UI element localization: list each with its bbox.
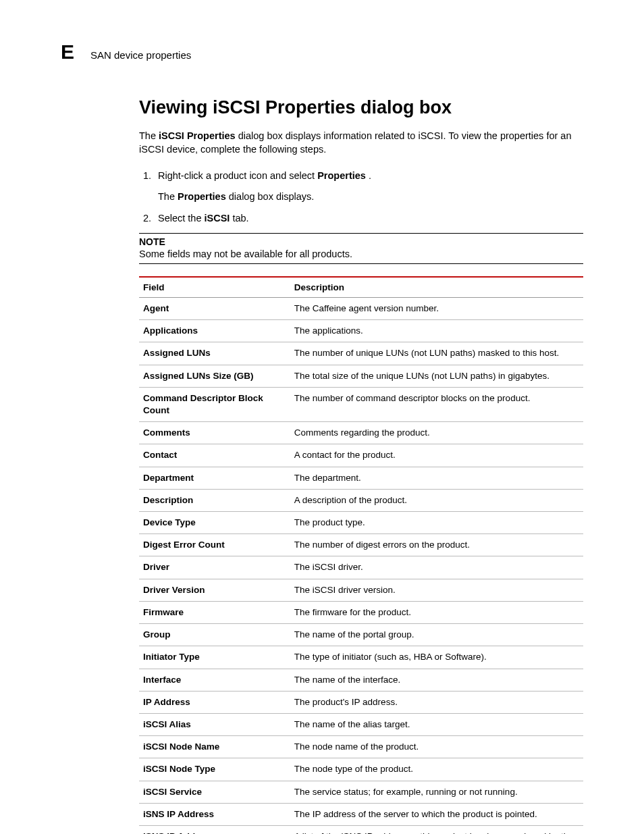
field-desc-cell: The iSCSI driver. <box>290 556 583 579</box>
table-row: DriverThe iSCSI driver. <box>139 556 583 579</box>
table-row: Driver VersionThe iSCSI driver version. <box>139 579 583 601</box>
field-desc-cell: The service status; for example, running… <box>290 781 583 803</box>
table-row: iSCSI ServiceThe service status; for exa… <box>139 781 583 803</box>
table-row: InterfaceThe name of the interface. <box>139 669 583 691</box>
step-1-sub: The Properties dialog box displays. <box>158 190 583 205</box>
content: Viewing iSCSI Properties dialog box The … <box>139 97 583 834</box>
intro-text-pre: The <box>139 130 159 141</box>
table-row: Device TypeThe product type. <box>139 512 583 534</box>
field-name-cell: iSNS IP Address <box>139 803 290 825</box>
table-row: iSNS IP AddressThe IP address of the ser… <box>139 803 583 825</box>
page-header: E SAN device properties <box>61 41 583 63</box>
field-desc-cell: The product type. <box>290 512 583 534</box>
field-name-cell: Driver Version <box>139 579 290 601</box>
table-row: Assigned LUNs Size (GB)The total size of… <box>139 365 583 387</box>
field-desc-cell: The number of command descriptor blocks … <box>290 387 583 421</box>
field-name-cell: Contact <box>139 444 290 467</box>
table-row: GroupThe name of the portal group. <box>139 624 583 646</box>
field-name-cell: Agent <box>139 297 290 319</box>
field-desc-cell: The applications. <box>290 320 583 342</box>
intro-paragraph: The iSCSI Properties dialog box displays… <box>139 129 583 157</box>
page-header-title: SAN device properties <box>90 49 191 61</box>
steps-list: Right-click a product icon and select Pr… <box>139 169 583 226</box>
table-row: DescriptionA description of the product. <box>139 489 583 511</box>
appendix-letter: E <box>61 41 74 63</box>
table-row: iSCSI Node NameThe node name of the prod… <box>139 736 583 758</box>
note-text: Some fields may not be available for all… <box>139 249 583 259</box>
step-1-pre: Right-click a product icon and select <box>158 170 317 181</box>
table-row: ContactA contact for the product. <box>139 444 583 467</box>
field-name-cell: Digest Error Count <box>139 534 290 556</box>
field-name-cell: ISNS IP Address <box>139 826 290 834</box>
table-row: ApplicationsThe applications. <box>139 320 583 342</box>
table-row: ISNS IP AddressA list of the iSNS IP add… <box>139 826 583 834</box>
field-name-cell: Assigned LUNs Size (GB) <box>139 365 290 387</box>
field-desc-cell: The number of digest errors on the produ… <box>290 534 583 556</box>
note-label: NOTE <box>139 236 583 247</box>
field-name-cell: Firmware <box>139 601 290 623</box>
field-name-cell: Department <box>139 467 290 489</box>
field-desc-cell: The total size of the unique LUNs (not L… <box>290 365 583 387</box>
step-2-post: tab. <box>230 213 248 224</box>
table-row: iSCSI AliasThe name of the alias target. <box>139 714 583 736</box>
field-desc-cell: The department. <box>290 467 583 489</box>
step-2: Select the iSCSI tab. <box>154 211 583 226</box>
field-name-cell: iSCSI Alias <box>139 714 290 736</box>
table-row: Initiator TypeThe type of initiator (suc… <box>139 646 583 669</box>
table-row: AgentThe Caffeine agent version number. <box>139 297 583 319</box>
step-1: Right-click a product icon and select Pr… <box>154 169 583 205</box>
field-desc-cell: A list of the iSNS IP addresses this pro… <box>290 826 583 834</box>
field-name-cell: Driver <box>139 556 290 579</box>
field-desc-cell: The type of initiator (such as, HBA or S… <box>290 646 583 669</box>
table-row: iSCSI Node TypeThe node type of the prod… <box>139 758 583 781</box>
field-name-cell: iSCSI Node Type <box>139 758 290 781</box>
table-row: Command Descriptor Block CountThe number… <box>139 387 583 421</box>
field-name-cell: Initiator Type <box>139 646 290 669</box>
table-header-field: Field <box>139 277 290 298</box>
table-row: CommentsComments regarding the product. <box>139 422 583 444</box>
field-desc-cell: The node name of the product. <box>290 736 583 758</box>
step-1-post: . <box>366 170 371 181</box>
intro-bold-1: iSCSI Properties <box>159 130 236 141</box>
field-name-cell: Group <box>139 624 290 646</box>
table-row: Digest Error CountThe number of digest e… <box>139 534 583 556</box>
section-title: Viewing iSCSI Properties dialog box <box>139 97 583 118</box>
field-desc-cell: The name of the portal group. <box>290 624 583 646</box>
page: E SAN device properties Viewing iSCSI Pr… <box>0 0 644 834</box>
field-desc-cell: The node type of the product. <box>290 758 583 781</box>
field-desc-cell: The IP address of the server to which th… <box>290 803 583 825</box>
table-row: IP AddressThe product's IP address. <box>139 691 583 713</box>
field-name-cell: Applications <box>139 320 290 342</box>
note-block: NOTE Some fields may not be available fo… <box>139 233 583 264</box>
field-desc-cell: A contact for the product. <box>290 444 583 467</box>
field-desc-cell: A description of the product. <box>290 489 583 511</box>
step-1-sub-pre: The <box>158 191 178 202</box>
field-desc-cell: The name of the interface. <box>290 669 583 691</box>
note-rule-bottom <box>139 263 583 264</box>
field-name-cell: IP Address <box>139 691 290 713</box>
step-2-bold: iSCSI <box>205 213 230 224</box>
note-rule-top <box>139 233 583 234</box>
field-table: Field Description AgentThe Caffeine agen… <box>139 276 583 834</box>
field-desc-cell: The product's IP address. <box>290 691 583 713</box>
field-name-cell: Command Descriptor Block Count <box>139 387 290 421</box>
table-row: DepartmentThe department. <box>139 467 583 489</box>
field-desc-cell: The firmware for the product. <box>290 601 583 623</box>
field-name-cell: Description <box>139 489 290 511</box>
table-row: Assigned LUNsThe number of unique LUNs (… <box>139 342 583 365</box>
field-name-cell: iSCSI Service <box>139 781 290 803</box>
field-desc-cell: The Caffeine agent version number. <box>290 297 583 319</box>
field-desc-cell: The number of unique LUNs (not LUN paths… <box>290 342 583 365</box>
field-name-cell: Assigned LUNs <box>139 342 290 365</box>
table-header-desc: Description <box>290 277 583 298</box>
field-desc-cell: Comments regarding the product. <box>290 422 583 444</box>
field-name-cell: Interface <box>139 669 290 691</box>
table-header-row: Field Description <box>139 277 583 298</box>
field-name-cell: iSCSI Node Name <box>139 736 290 758</box>
field-name-cell: Device Type <box>139 512 290 534</box>
step-1-sub-bold: Properties <box>178 191 226 202</box>
step-1-bold: Properties <box>317 170 366 181</box>
table-row: FirmwareThe firmware for the product. <box>139 601 583 623</box>
field-desc-cell: The name of the alias target. <box>290 714 583 736</box>
step-2-pre: Select the <box>158 213 205 224</box>
